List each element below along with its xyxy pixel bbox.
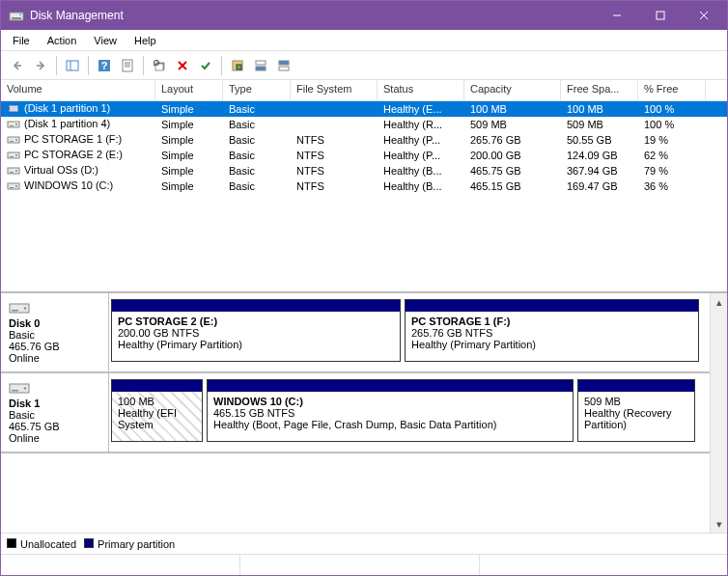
- svg-rect-36: [10, 141, 14, 142]
- volume-row[interactable]: (Disk 1 partition 4)SimpleBasicHealthy (…: [1, 117, 727, 132]
- volume-capacity: 200.00 GB: [464, 150, 561, 161]
- separator: [88, 56, 89, 75]
- svg-point-2: [19, 14, 21, 15]
- properties-button[interactable]: [117, 55, 138, 76]
- maximize-button[interactable]: [638, 1, 682, 30]
- menu-action[interactable]: Action: [40, 33, 85, 48]
- volume-row[interactable]: PC STORAGE 2 (E:)SimpleBasicNTFSHealthy …: [1, 148, 727, 163]
- volume-row[interactable]: PC STORAGE 1 (F:)SimpleBasicNTFSHealthy …: [1, 132, 727, 148]
- volume-pct: 62 %: [638, 150, 706, 161]
- svg-rect-25: [256, 61, 266, 65]
- menu-file[interactable]: File: [5, 33, 38, 48]
- volume-type: Basic: [223, 119, 291, 130]
- graphical-top-button[interactable]: [250, 55, 271, 76]
- col-freespace[interactable]: Free Spa...: [561, 80, 638, 100]
- partition-title: WINDOWS 10 (C:): [213, 396, 567, 407]
- partition[interactable]: PC STORAGE 1 (F:)265.76 GB NTFSHealthy (…: [405, 299, 699, 362]
- legend-swatch-unallocated: [7, 538, 16, 548]
- volume-status: Healthy (B...: [378, 180, 464, 192]
- col-volume[interactable]: Volume: [1, 80, 155, 100]
- volume-layout: Simple: [155, 103, 223, 115]
- drive-icon: [7, 166, 20, 178]
- volume-row[interactable]: Virtual OSs (D:)SimpleBasicNTFSHealthy (…: [1, 163, 727, 178]
- col-status[interactable]: Status: [378, 80, 464, 100]
- partition[interactable]: WINDOWS 10 (C:)465.15 GB NTFSHealthy (Bo…: [207, 379, 574, 442]
- volume-free: 124.09 GB: [561, 150, 638, 161]
- show-hide-console-tree-button[interactable]: [62, 55, 83, 76]
- drive-icon: [7, 104, 20, 116]
- delete-button[interactable]: [172, 55, 193, 76]
- volume-row[interactable]: (Disk 1 partition 1)SimpleBasicHealthy (…: [1, 101, 727, 117]
- svg-rect-37: [8, 152, 19, 158]
- scroll-down-icon[interactable]: ▾: [711, 515, 728, 533]
- vertical-scrollbar[interactable]: ▴ ▾: [710, 293, 727, 533]
- disk-info[interactable]: Disk 0Basic465.76 GBOnline: [1, 293, 109, 371]
- partition-header: [112, 380, 202, 392]
- volume-layout: Simple: [155, 119, 223, 130]
- window-controls: [595, 1, 725, 30]
- col-type[interactable]: Type: [223, 80, 291, 100]
- disk-list-button[interactable]: [227, 55, 248, 76]
- scroll-up-icon[interactable]: ▴: [711, 293, 728, 311]
- volume-name: PC STORAGE 1 (F:): [24, 133, 122, 145]
- titlebar[interactable]: Disk Management: [1, 1, 727, 30]
- svg-rect-27: [279, 61, 289, 65]
- partition-status: Healthy (EFI System: [118, 407, 196, 430]
- volume-free: 100 MB: [561, 103, 638, 115]
- volume-row[interactable]: WINDOWS 10 (C:)SimpleBasicNTFSHealthy (B…: [1, 178, 727, 194]
- partition-status: Healthy (Boot, Page File, Crash Dump, Ba…: [213, 419, 567, 430]
- partition-size: 200.00 GB NTFS: [118, 327, 394, 339]
- volume-fs: NTFS: [291, 134, 378, 146]
- col-filesystem[interactable]: File System: [291, 80, 378, 100]
- volume-free: 50.55 GB: [561, 134, 638, 146]
- volume-list-pane[interactable]: Volume Layout Type File System Status Ca…: [1, 80, 727, 292]
- svg-rect-40: [8, 168, 19, 174]
- svg-text:?: ?: [101, 60, 108, 71]
- disk-info[interactable]: Disk 1Basic465.75 GBOnline: [1, 373, 109, 452]
- legend-primary: Primary partition: [84, 538, 175, 550]
- minimize-button[interactable]: [595, 1, 638, 30]
- volume-name: (Disk 1 partition 1): [24, 102, 110, 114]
- col-pctfree[interactable]: % Free: [638, 80, 706, 100]
- graphical-bottom-button[interactable]: [273, 55, 294, 76]
- svg-rect-24: [237, 65, 241, 69]
- volume-pct: 79 %: [638, 165, 706, 177]
- volume-name: PC STORAGE 2 (E:): [24, 149, 123, 160]
- mark-button[interactable]: [195, 55, 216, 76]
- back-button[interactable]: [7, 55, 28, 76]
- window: Disk Management File Action View Help ?: [0, 0, 728, 576]
- volume-fs: NTFS: [291, 150, 378, 161]
- statusbar-cell: [480, 555, 719, 575]
- disk-row: Disk 1Basic465.75 GBOnline100 MBHealthy …: [1, 373, 710, 453]
- volume-layout: Simple: [155, 134, 223, 146]
- svg-rect-28: [279, 67, 289, 70]
- explore-button[interactable]: [149, 55, 170, 76]
- volume-pct: 100 %: [638, 103, 706, 115]
- close-button[interactable]: [682, 1, 725, 30]
- partition-status: Healthy (Primary Partition): [411, 339, 692, 350]
- volume-fs: NTFS: [291, 165, 378, 177]
- menu-help[interactable]: Help: [126, 33, 164, 48]
- partition-status: Healthy (Recovery Partition): [584, 407, 688, 430]
- partition[interactable]: 509 MBHealthy (Recovery Partition): [577, 379, 695, 442]
- partition[interactable]: 100 MBHealthy (EFI System: [111, 379, 203, 442]
- help-button[interactable]: ?: [94, 55, 115, 76]
- svg-rect-29: [9, 105, 18, 112]
- volume-type: Basic: [223, 180, 291, 192]
- menu-view[interactable]: View: [86, 33, 125, 48]
- legend: Unallocated Primary partition: [1, 533, 727, 554]
- disk-graphic[interactable]: Disk 0Basic465.76 GBOnlinePC STORAGE 2 (…: [1, 293, 710, 533]
- col-capacity[interactable]: Capacity: [464, 80, 561, 100]
- partition[interactable]: PC STORAGE 2 (E:)200.00 GB NTFSHealthy (…: [111, 299, 401, 362]
- forward-button[interactable]: [30, 55, 51, 76]
- disk-type: Basic: [9, 329, 100, 341]
- volume-status: Healthy (P...: [378, 134, 464, 146]
- svg-rect-13: [123, 60, 132, 71]
- disk-graphic-pane: Disk 0Basic465.76 GBOnlinePC STORAGE 2 (…: [1, 292, 727, 533]
- partition-header: [406, 300, 698, 312]
- partition-status: Healthy (Primary Partition): [118, 339, 394, 350]
- volume-name: Virtual OSs (D:): [24, 164, 98, 176]
- drive-icon: [7, 181, 20, 193]
- menubar: File Action View Help: [1, 30, 727, 51]
- col-layout[interactable]: Layout: [155, 80, 223, 100]
